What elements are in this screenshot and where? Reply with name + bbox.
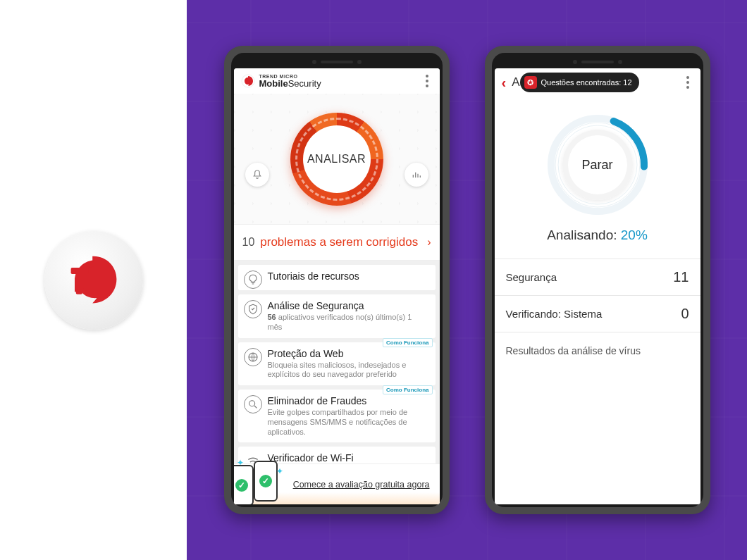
brand-text: TREND MICRO MobileSecurity [259,74,321,89]
svg-point-4 [249,401,254,406]
issues-found-chip[interactable]: ✪ Questões encontradas: 12 [520,73,639,92]
bell-icon [252,169,263,180]
notifications-button[interactable] [245,163,269,187]
svg-point-6 [545,112,650,218]
svg-point-7 [558,125,637,204]
menu-button[interactable] [421,70,433,92]
chevron-right-icon: › [427,236,431,249]
stop-scan-button[interactable]: Parar [545,112,650,218]
trend-micro-logo-icon [62,249,125,312]
svg-rect-1 [75,268,82,294]
right-panel: TREND MICRO MobileSecurity ANA [187,0,747,560]
row-verifying-system: Verificando: Sistema 0 [495,296,700,332]
stats-button[interactable] [405,163,428,187]
scan-button-label: ANALISAR [303,125,371,193]
trial-banner[interactable]: ✦ ✓ ✓ ✦ Comece a avaliação gratuita agor… [234,463,440,504]
scan-stats: Segurança 11 Verificando: Sistema 0 [495,259,700,332]
card-security-scan[interactable]: Análise de Segurança 56 aplicativos veri… [238,294,436,338]
trend-micro-chip-icon: ✪ [524,76,537,89]
back-button[interactable]: ‹ [502,75,507,91]
phone-mockup-home: TREND MICRO MobileSecurity ANA [224,46,450,514]
progress-ring-icon [545,112,650,218]
scan-percent: 20% [621,228,648,242]
magnifier-icon [244,395,262,413]
bar-chart-icon [411,169,422,180]
trend-micro-icon [241,74,255,88]
scan-header: ‹ A ✪ Questões encontradas: 12 [495,68,700,97]
left-panel [0,0,187,560]
header-title-partial: A [512,75,519,89]
lightbulb-icon [244,270,262,289]
row-security: Segurança 11 [495,259,700,296]
scanning-hero: Parar Analisando: 20% [495,97,700,259]
card-fraud-buster[interactable]: Como Funciona Eliminador de Fraudes Evit… [238,390,436,442]
trial-link[interactable]: Comece a avaliação gratuita agora [293,480,430,490]
trend-micro-logo [44,231,143,330]
how-it-works-link[interactable]: Como Funciona [383,338,432,347]
globe-icon [244,348,262,366]
problems-row[interactable]: 10 problemas a serem corrigidos › [234,224,440,261]
scan-button[interactable]: ANALISAR [290,113,383,206]
hero-scan-area: ANALISAR [234,94,440,224]
card-web-protection[interactable]: Como Funciona Proteção da Web Bloqueia s… [238,342,436,386]
feature-card-list: Tutoriais de recursos Análise de Seguran… [234,261,440,504]
virus-results-heading: Resultados da análise de vírus [495,332,700,369]
problem-text: problemas a serem corrigidos [260,236,418,249]
app-header: TREND MICRO MobileSecurity [234,68,440,94]
how-it-works-link[interactable]: Como Funciona [383,385,432,394]
phone-mockup-scanning: ‹ A ✪ Questões encontradas: 12 [485,46,710,514]
card-tutorials[interactable]: Tutoriais de recursos [238,265,436,290]
trial-illustration: ✦ ✓ ✓ ✦ [238,461,278,504]
shield-check-icon [244,300,262,318]
menu-button[interactable] [682,72,693,93]
svg-point-8 [555,123,640,207]
analyzing-status: Analisando: 20% [547,228,648,243]
problem-count: 10 [242,236,255,249]
